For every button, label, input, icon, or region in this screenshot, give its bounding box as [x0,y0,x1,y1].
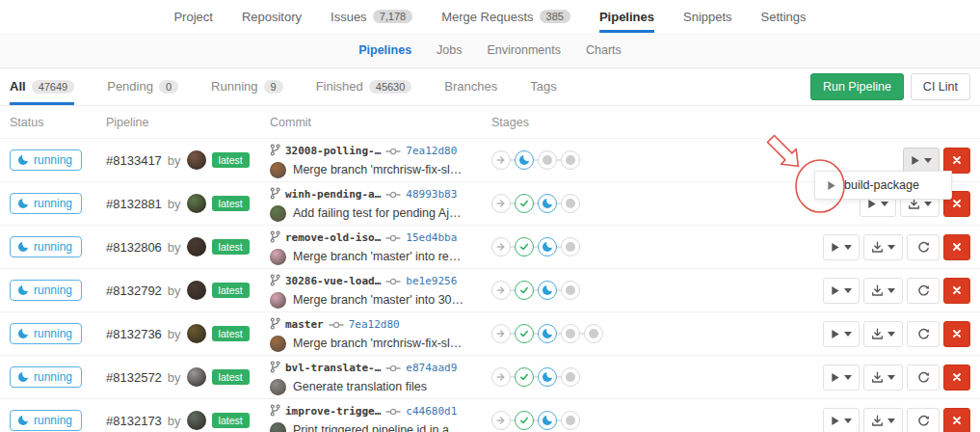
commit-message[interactable]: Merge branch 'mrchrisw-fix-sl… [293,337,462,350]
branch-name-link[interactable]: 30286-vue-load… [285,275,381,287]
tab-all[interactable]: All47649 [10,68,74,105]
pipeline-id-link[interactable]: #8132881 [106,197,162,211]
stage-icon-success[interactable] [515,237,534,256]
dropdown-item-build-package[interactable]: build-package [815,172,951,199]
status-badge-running[interactable]: running [10,236,82,257]
commit-author-avatar[interactable] [270,422,286,432]
stage-icon-skipped[interactable] [491,324,511,343]
nav-item-project[interactable]: Project [173,0,212,33]
stage-icon-success[interactable] [515,281,534,300]
user-avatar[interactable] [187,194,206,213]
stage-icon-success[interactable] [515,367,534,387]
stage-icon-created[interactable] [561,237,580,256]
download-artifacts-dropdown-button[interactable] [863,234,903,260]
stage-icon-running[interactable] [515,150,534,170]
tab-running[interactable]: Running9 [211,68,283,105]
nav-item-repository[interactable]: Repository [242,0,302,33]
stage-icon-created[interactable] [538,150,557,170]
cancel-pipeline-button[interactable] [943,148,970,174]
commit-sha-link[interactable]: e874aad9 [406,362,457,374]
user-avatar[interactable] [187,411,206,430]
subnav-item-charts[interactable]: Charts [586,43,622,57]
commit-message[interactable]: Merge branch 'mrchrisw-fix-sl… [293,163,462,176]
status-badge-running[interactable]: running [10,280,82,301]
commit-author-avatar[interactable] [270,336,286,352]
run-pipeline-button[interactable]: Run Pipeline [810,73,904,100]
manual-actions-dropdown-button[interactable] [823,321,860,347]
stage-icon-created[interactable] [584,324,603,343]
user-avatar[interactable] [187,281,206,300]
subnav-item-pipelines[interactable]: Pipelines [358,43,411,57]
stage-icon-success[interactable] [515,324,534,343]
subnav-item-environments[interactable]: Environments [488,43,561,57]
commit-message[interactable]: Print triggered pipeline id in a… [293,423,461,432]
cancel-pipeline-button[interactable] [943,364,970,391]
nav-item-pipelines[interactable]: Pipelines [599,0,654,33]
retry-pipeline-button[interactable] [907,234,940,260]
cancel-pipeline-button[interactable] [943,408,970,432]
commit-message[interactable]: Merge branch 'master' into re… [293,250,461,263]
tab-tags[interactable]: Tags [530,68,556,105]
commit-sha-link[interactable]: 48993b83 [406,188,457,201]
stage-icon-running[interactable] [538,411,557,430]
status-badge-running[interactable]: running [10,323,82,344]
branch-name-link[interactable]: master [285,318,324,331]
tab-finished[interactable]: Finished45630 [316,68,412,105]
branch-name-link[interactable]: bvl-translate-… [285,362,381,374]
pipeline-id-link[interactable]: #8132806 [106,240,162,255]
user-avatar[interactable] [187,324,206,343]
nav-item-snippets[interactable]: Snippets [683,0,732,33]
pipeline-id-link[interactable]: #8133417 [106,153,162,168]
user-avatar[interactable] [187,150,206,170]
commit-author-avatar[interactable] [270,379,286,395]
stage-icon-created[interactable] [561,194,580,213]
manual-actions-dropdown-button[interactable] [823,364,860,391]
status-badge-running[interactable]: running [10,193,82,214]
pipeline-id-link[interactable]: #8132173 [106,414,162,428]
tab-pending[interactable]: Pending0 [107,68,178,105]
stage-icon-skipped[interactable] [491,367,511,387]
stage-icon-running[interactable] [538,194,557,213]
commit-author-avatar[interactable] [270,249,286,265]
stage-icon-success[interactable] [515,411,534,430]
branch-name-link[interactable]: winh-pending-a… [285,188,381,201]
commit-sha-link[interactable]: be1e9256 [406,275,457,287]
manual-actions-dropdown-button[interactable] [903,148,940,174]
download-artifacts-dropdown-button[interactable] [863,321,903,347]
commit-sha-link[interactable]: c44680d1 [406,405,457,418]
branch-name-link[interactable]: 32008-polling-… [285,145,381,157]
retry-pipeline-button[interactable] [907,408,940,432]
stage-icon-skipped[interactable] [491,237,511,256]
commit-message[interactable]: Merge branch 'master' into 30… [293,293,464,307]
stage-icon-running[interactable] [538,281,557,300]
download-artifacts-dropdown-button[interactable] [863,364,903,391]
manual-actions-dropdown-button[interactable] [823,408,860,432]
nav-item-merge-requests[interactable]: Merge Requests385 [441,0,570,33]
commit-message[interactable]: Add failing test for pending Aj… [293,206,461,220]
stage-icon-created[interactable] [561,150,580,170]
cancel-pipeline-button[interactable] [943,234,970,260]
stage-icon-skipped[interactable] [491,194,511,213]
commit-author-avatar[interactable] [270,205,286,222]
retry-pipeline-button[interactable] [907,364,940,391]
download-artifacts-dropdown-button[interactable] [863,408,903,432]
commit-author-avatar[interactable] [270,162,286,178]
tab-branches[interactable]: Branches [444,68,497,105]
stage-icon-skipped[interactable] [491,281,511,300]
stage-icon-created[interactable] [561,281,580,300]
commit-message[interactable]: Generate translation files [293,380,427,393]
stage-icon-running[interactable] [538,367,557,387]
branch-name-link[interactable]: remove-old-iso… [285,231,381,244]
retry-pipeline-button[interactable] [907,321,940,347]
cancel-pipeline-button[interactable] [943,278,970,304]
stage-icon-skipped[interactable] [491,411,511,430]
status-badge-running[interactable]: running [10,366,82,388]
pipeline-id-link[interactable]: #8132572 [106,370,162,385]
commit-sha-link[interactable]: 7ea12d80 [406,145,457,157]
nav-item-settings[interactable]: Settings [761,0,807,33]
cancel-pipeline-button[interactable] [943,321,970,347]
retry-pipeline-button[interactable] [907,278,940,304]
branch-name-link[interactable]: improve-trigge… [285,405,381,418]
stage-icon-created[interactable] [561,367,580,387]
user-avatar[interactable] [187,237,206,256]
